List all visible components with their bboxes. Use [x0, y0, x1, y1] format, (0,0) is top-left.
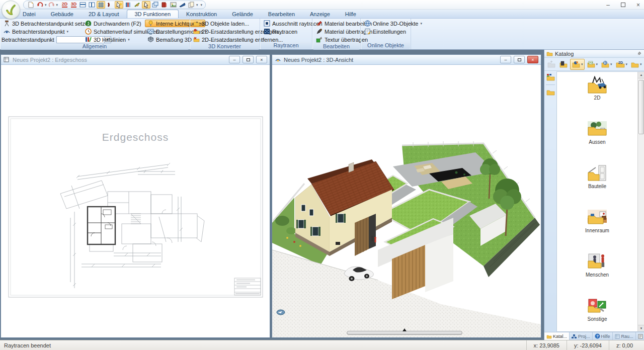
- restore-button[interactable]: [514, 56, 525, 63]
- minimize-button[interactable]: –: [606, 2, 610, 9]
- pin-icon[interactable]: [636, 51, 642, 56]
- catalog-item-label: Sonstige: [588, 316, 607, 322]
- 3d-guides-button[interactable]: 3D Hilfslinien ▾: [83, 36, 144, 43]
- tab-label: Hilfe: [601, 334, 610, 339]
- catalog-sonstige-folder-icon: [587, 297, 608, 315]
- plan-window-titlebar[interactable]: Neues Projekt2 : Erdgeschoss – ×: [1, 55, 270, 65]
- folder-up-button[interactable]: [546, 59, 557, 70]
- catalog-item-2d[interactable]: 2D: [575, 76, 620, 101]
- tab-hilfe[interactable]: ? Hilfe: [593, 332, 613, 340]
- view3d-canvas[interactable]: [272, 65, 541, 337]
- layer-bars-button[interactable]: [124, 1, 132, 9]
- view-3d-button[interactable]: 3D: [69, 1, 78, 9]
- catalog-plain-folder-button[interactable]: ▾: [629, 59, 643, 70]
- select-special-button[interactable]: [115, 1, 123, 9]
- measure-tool-button[interactable]: [133, 1, 141, 9]
- clock-icon: [85, 28, 92, 35]
- split-vertical-button[interactable]: [88, 1, 96, 9]
- scrollbar-thumb[interactable]: [638, 80, 644, 134]
- restore-button[interactable]: [621, 3, 625, 7]
- catalog-title: Katalog: [555, 51, 574, 57]
- tab-3d-funktionen[interactable]: 3D Funktionen: [127, 10, 179, 18]
- view3d-scrollbar[interactable]: [347, 331, 462, 335]
- walkthrough-button[interactable]: Durchwandern (F2): [83, 20, 144, 27]
- tab-gebaeude[interactable]: Gebäude: [43, 10, 81, 18]
- restore-button[interactable]: [243, 56, 254, 63]
- view3d-window-titlebar[interactable]: Neues Projekt2 : 3D-Ansicht – ×: [272, 55, 541, 65]
- tab-gelaende[interactable]: Gelände: [224, 10, 261, 18]
- catalog-toolbar: ▾ ▾ ▾ 2D▾ ▾: [544, 58, 644, 71]
- ribbon-group-bearbeiten: Material bearbeiten Material übertragen …: [312, 19, 361, 49]
- tab-anzeige[interactable]: Anzeige: [302, 10, 338, 18]
- view-2d-button[interactable]: 2D: [60, 1, 69, 9]
- catalog-textures-button[interactable]: ▾: [586, 59, 599, 70]
- scroll-up-icon[interactable]: ▲: [638, 72, 644, 78]
- catalog-2d-button[interactable]: 2D▾: [614, 59, 629, 70]
- redo-button[interactable]: [47, 1, 56, 9]
- floor-plan-canvas[interactable]: Erdgeschoss: [1, 65, 270, 337]
- slider-knob[interactable]: [403, 328, 407, 331]
- chevron-down-icon[interactable]: ▾: [196, 3, 198, 7]
- wedge-tool-button[interactable]: [178, 1, 187, 9]
- undo-button[interactable]: [36, 1, 44, 9]
- tab-bearbeiten[interactable]: Bearbeiten: [261, 10, 302, 18]
- group-caption: 3D Konverter: [190, 43, 259, 50]
- arc-tool-button[interactable]: [106, 1, 114, 9]
- tab-raum[interactable]: Rau...: [613, 332, 636, 340]
- chevron-down-icon[interactable]: ▾: [56, 3, 58, 7]
- set-3d-viewpoint-button[interactable]: 3D Betrachterstandpunkt setzen: [1, 20, 82, 27]
- view3d-document-icon: [275, 56, 281, 63]
- shadow-simulation-button[interactable]: Schattenverlauf simulieren...: [83, 28, 144, 35]
- close-button[interactable]: ×: [527, 56, 538, 63]
- minimize-button[interactable]: –: [229, 56, 240, 63]
- scroll-down-icon[interactable]: ▼: [638, 325, 644, 331]
- chevron-down-icon[interactable]: ▾: [45, 3, 47, 7]
- qat-overflow-button[interactable]: ▾: [201, 3, 203, 7]
- tab-konstruktion[interactable]: Konstruktion: [179, 10, 224, 18]
- catalog-item-aussen[interactable]: Aussen: [575, 120, 620, 145]
- catalog-item-innenraum[interactable]: Innenraum: [575, 209, 620, 233]
- walk-icon: [85, 20, 92, 27]
- catalog-scrollbar[interactable]: ▲ ▼: [637, 72, 644, 331]
- tab-hilfe[interactable]: Hilfe: [338, 10, 364, 18]
- status-message: Raytracen beendet: [0, 342, 526, 348]
- image-tool-button[interactable]: [169, 1, 178, 9]
- raum-tab-icon: [615, 334, 620, 339]
- catalog-header[interactable]: Katalog: [544, 50, 644, 58]
- button-label: Einstellungen: [373, 29, 406, 35]
- compass-icon: [277, 310, 285, 315]
- material-tool-button[interactable]: [160, 1, 169, 9]
- cursor-button[interactable]: [142, 1, 150, 9]
- sheet-title: Erdgeschoss: [1, 131, 270, 143]
- app-logo[interactable]: [2, 1, 20, 19]
- katalog-tab-icon: [546, 334, 552, 339]
- cube-icon: [147, 36, 154, 43]
- massen-tab-icon: [638, 334, 643, 339]
- close-button[interactable]: ×: [636, 2, 640, 9]
- copy-button[interactable]: [187, 1, 196, 9]
- new-document-button[interactable]: [27, 1, 35, 9]
- viewpoint-menu-button[interactable]: Betrachterstandpunkt ▾: [1, 28, 82, 35]
- raytrace-icon: [264, 28, 270, 35]
- catalog-item-menschen[interactable]: Menschen: [575, 253, 620, 278]
- catalog-online-button[interactable]: ▾: [600, 59, 613, 70]
- tab-2d-layout[interactable]: 2D & Layout: [81, 10, 127, 18]
- group-caption: Allgemein: [1, 43, 189, 50]
- catalog-root-folder-icon[interactable]: [546, 73, 555, 81]
- cascade-windows-button[interactable]: [151, 1, 159, 9]
- titlebar: ▾ ▾ 2D 3D ▾ ▾ – ×: [0, 0, 644, 10]
- chevron-down-icon: ▾: [67, 30, 69, 33]
- catalog-item-bauteile[interactable]: Bauteile: [575, 164, 620, 189]
- chevron-down-icon: ▾: [626, 62, 628, 66]
- catalog-objects-button[interactable]: [558, 59, 569, 70]
- tab-projekt[interactable]: Proj...: [570, 332, 593, 340]
- close-button[interactable]: ×: [256, 56, 267, 63]
- tab-massen[interactable]: Mass...: [636, 332, 644, 340]
- grid-toggle-button[interactable]: [97, 1, 105, 9]
- catalog-item-sonstige[interactable]: Sonstige: [575, 297, 620, 322]
- minimize-button[interactable]: –: [500, 56, 511, 63]
- split-horizontal-button[interactable]: [78, 1, 87, 9]
- catalog-subfolder-icon[interactable]: [546, 88, 555, 96]
- tab-katalog[interactable]: Katal...: [544, 332, 570, 340]
- catalog-materials-button[interactable]: ▾: [570, 59, 585, 70]
